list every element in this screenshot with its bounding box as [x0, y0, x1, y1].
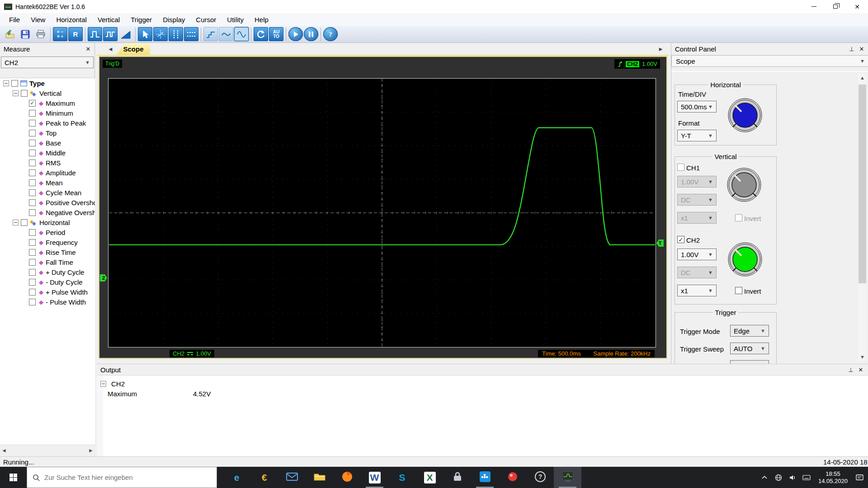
ch2-probe-select[interactable]: x1 ▼	[677, 285, 717, 296]
network-icon[interactable]	[774, 474, 783, 481]
taskbar-app-docker[interactable]	[471, 467, 499, 488]
measure-hscrollbar[interactable]: ◄ ►	[0, 445, 95, 455]
keyboard-icon[interactable]	[802, 474, 811, 481]
scroll-left-icon[interactable]: ◄	[1, 448, 7, 453]
tree-item-rms[interactable]: ◆RMS	[0, 158, 95, 168]
sine-wave-button[interactable]	[234, 27, 249, 41]
tree-checkbox[interactable]	[29, 289, 36, 296]
tree-item--pulse-width[interactable]: ◆- Pulse Width	[0, 297, 95, 307]
menu-help[interactable]: Help	[249, 14, 274, 25]
tree-checkbox[interactable]	[29, 299, 36, 305]
ch2-invert-checkbox[interactable]	[735, 287, 742, 294]
control-page-select[interactable]: Scope ▼	[671, 55, 868, 67]
measure-channel-select[interactable]: CH2 ▼	[1, 56, 94, 68]
time-div-select[interactable]: 500.0ms ▼	[677, 101, 717, 113]
vertical-cursors-button[interactable]	[169, 27, 183, 41]
tree-checkbox[interactable]	[29, 120, 36, 127]
ch2-enable-checkbox[interactable]: ✓	[677, 236, 684, 243]
menu-utility[interactable]: Utility	[222, 14, 249, 25]
volume-icon[interactable]	[788, 474, 797, 481]
tree-checkbox[interactable]	[29, 150, 36, 156]
tab-scroll-left-icon[interactable]: ◄	[108, 46, 113, 52]
scroll-up-icon[interactable]: ▲	[858, 74, 867, 82]
tree-checkbox[interactable]	[21, 219, 28, 226]
print-button[interactable]	[33, 27, 48, 41]
tree-checkbox[interactable]	[29, 140, 36, 146]
tree-item-base[interactable]: ◆Base	[0, 138, 95, 148]
scrollbar-thumb[interactable]	[859, 84, 866, 283]
help-button[interactable]: ?	[323, 27, 338, 41]
tree-item-maximum[interactable]: ✓◆Maximum	[0, 98, 95, 108]
tree-checkbox[interactable]	[29, 179, 36, 186]
tree-checkbox[interactable]	[29, 239, 36, 246]
trigger-mode-select[interactable]: Edge ▼	[730, 325, 769, 337]
tray-chevron-icon[interactable]	[760, 476, 769, 479]
save-button[interactable]	[18, 27, 33, 41]
menu-trigger[interactable]: Trigger	[125, 14, 157, 25]
tree-item-amplitude[interactable]: ◆Amplitude	[0, 168, 95, 178]
tree-checkbox[interactable]: ✓	[29, 100, 36, 107]
search-input[interactable]	[44, 474, 207, 481]
timebase-knob[interactable]	[727, 97, 763, 133]
taskbar-app-lock-app[interactable]	[443, 467, 471, 488]
step-wave-button[interactable]	[203, 27, 218, 41]
open-file-button[interactable]	[3, 27, 17, 41]
taskbar-app-word[interactable]: W	[361, 467, 388, 488]
menu-view[interactable]: View	[25, 14, 51, 25]
ch1-invert-checkbox[interactable]	[735, 214, 742, 221]
tree-item--pulse-width[interactable]: ◆+ Pulse Width	[0, 287, 95, 297]
ch2-volt-knob[interactable]	[727, 241, 763, 277]
ch2-volt-select[interactable]: 1.00V ▼	[677, 249, 717, 260]
menu-display[interactable]: Display	[157, 14, 190, 25]
ch1-volt-knob[interactable]	[726, 167, 762, 203]
pause-button[interactable]	[304, 27, 318, 41]
tree-checkbox[interactable]	[29, 249, 36, 256]
tab-scroll-right-icon[interactable]: ►	[658, 46, 664, 52]
ramp-button[interactable]	[118, 27, 133, 41]
tree-item-horizontal[interactable]: ◆◆Horizontal	[0, 217, 95, 227]
close-button[interactable]: ✕	[846, 0, 868, 13]
pin-icon[interactable]: ⊥	[848, 46, 855, 53]
refresh-button[interactable]	[254, 27, 268, 41]
taskbar-app-paint-red[interactable]	[499, 467, 526, 488]
tree-item-fall-time[interactable]: ◆Fall Time	[0, 257, 95, 267]
tree-item-period[interactable]: ◆Period	[0, 227, 95, 237]
taskbar-app-edge[interactable]: e	[223, 467, 250, 488]
output-group-row[interactable]: CH2	[97, 379, 868, 389]
tree-checkbox[interactable]	[29, 259, 36, 266]
tree-item-rise-time[interactable]: ◆Rise Time	[0, 247, 95, 257]
menu-file[interactable]: File	[4, 14, 25, 25]
collapse-icon[interactable]	[13, 90, 19, 96]
grid-measure-button[interactable]	[153, 27, 168, 41]
tree-item-vertical[interactable]: ◆◆Vertical	[0, 88, 95, 98]
tree-item-middle[interactable]: ◆Middle	[0, 148, 95, 158]
tree-item-frequency[interactable]: ◆Frequency	[0, 237, 95, 247]
taskbar-search[interactable]	[27, 467, 217, 488]
tree-checkbox[interactable]	[29, 229, 36, 236]
taskbar-app-euro-app[interactable]: €	[250, 467, 278, 488]
tree-checkbox[interactable]	[11, 80, 18, 87]
tree-item-type[interactable]: Type	[0, 78, 95, 88]
tree-checkbox[interactable]	[21, 90, 28, 97]
taskbar-app-skype[interactable]: S	[388, 467, 416, 488]
measure-tools-button[interactable]: + −× ÷	[53, 27, 67, 41]
tree-checkbox[interactable]	[29, 160, 36, 166]
tree-checkbox[interactable]	[29, 279, 36, 286]
trigger-level-marker[interactable]: T	[656, 239, 664, 247]
measure-panel-close-button[interactable]: ✕	[85, 46, 92, 53]
start-button[interactable]	[0, 467, 27, 488]
tree-checkbox[interactable]	[29, 169, 36, 176]
collapse-icon[interactable]	[100, 381, 106, 387]
trigger-sweep-select[interactable]: AUTO ▼	[730, 343, 769, 354]
smooth-wave-button[interactable]	[219, 27, 233, 41]
tree-item--duty-cycle[interactable]: ◆- Duty Cycle	[0, 277, 95, 287]
start-button[interactable]	[288, 27, 303, 41]
control-panel-close-button[interactable]: ✕	[858, 46, 865, 53]
taskbar-app-file-explorer[interactable]	[306, 467, 333, 488]
control-scrollbar[interactable]: ▲ ▼	[858, 74, 867, 361]
tree-item-mean[interactable]: ◆Mean	[0, 178, 95, 188]
horizontal-cursors-button[interactable]	[184, 27, 198, 41]
cursor-pointer-button[interactable]	[138, 27, 152, 41]
tree-item-peak-to-peak[interactable]: ◆Peak to Peak	[0, 118, 95, 128]
taskbar-app-help-app[interactable]: ?	[526, 467, 554, 488]
